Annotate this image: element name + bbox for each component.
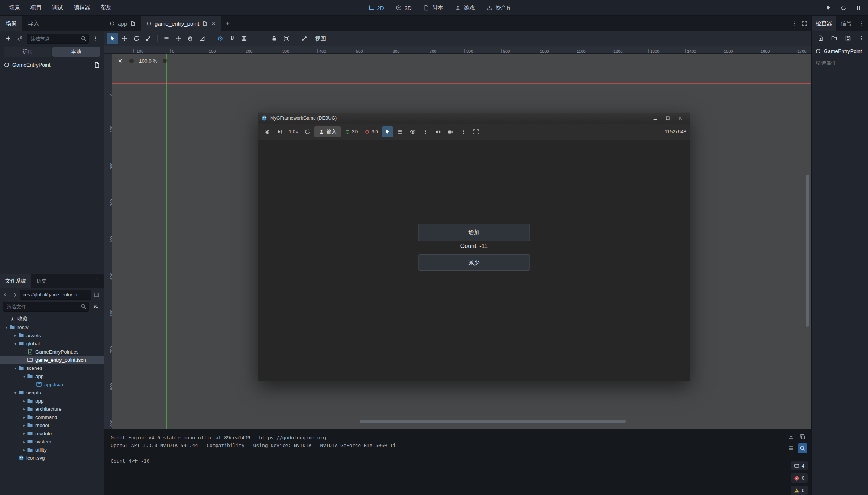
rotate-tool[interactable]	[131, 33, 142, 44]
file-row[interactable]: ▸utility	[0, 446, 104, 454]
instance-scene-button[interactable]	[15, 33, 25, 44]
speed-multiplier[interactable]: 1.0×	[287, 129, 300, 134]
workspace-script[interactable]: 脚本	[419, 2, 448, 13]
ruler-tool[interactable]	[197, 33, 208, 44]
attached-script-icon[interactable]	[94, 62, 100, 68]
canvas-horizontal-scrollbar[interactable]	[360, 420, 626, 423]
close-icon[interactable]	[674, 113, 687, 124]
filter-properties-field[interactable]: 筛选属性	[812, 57, 868, 69]
snap-options-menu[interactable]	[250, 33, 262, 44]
filter-nodes-field[interactable]	[27, 34, 89, 44]
pick-icon[interactable]	[823, 2, 835, 13]
workspace-3d[interactable]: 3D	[391, 2, 416, 13]
tab-filesystem[interactable]: 文件系统	[0, 274, 31, 288]
debugger-icon[interactable]	[262, 126, 273, 137]
pan-tool[interactable]	[185, 33, 196, 44]
warnings-count-badge[interactable]: 0	[791, 486, 808, 495]
sort-files-icon[interactable]	[90, 301, 101, 312]
tab-import-dock[interactable]: 导入	[22, 16, 45, 31]
visibility-icon[interactable]	[407, 126, 418, 137]
workspace-assetlib[interactable]: 资产库	[482, 2, 517, 13]
close-tab-icon[interactable]: ✕	[211, 20, 216, 27]
scale-tool[interactable]	[143, 33, 154, 44]
tab-signals[interactable]: 信号	[836, 16, 856, 31]
inspector-menu-icon[interactable]	[856, 33, 867, 43]
camera-override-icon[interactable]	[445, 126, 456, 137]
canvas-vertical-scrollbar[interactable]	[806, 175, 809, 327]
new-resource-icon[interactable]	[815, 33, 826, 43]
dock-menu-icon[interactable]	[857, 18, 866, 29]
tab-inspector[interactable]: 检查器	[812, 16, 836, 31]
back-icon[interactable]	[1, 290, 10, 299]
file-row[interactable]: ▸command	[0, 413, 104, 421]
favorites-row[interactable]: ★收藏：	[0, 315, 104, 323]
menu-editor[interactable]: 编辑器	[68, 0, 95, 16]
tab-history[interactable]: 历史	[31, 274, 52, 288]
remote-tab[interactable]: 远程	[4, 47, 51, 57]
decrease-button[interactable]: 减少	[418, 254, 530, 271]
view-menu[interactable]: 视图	[311, 33, 330, 44]
file-row[interactable]: ▸system	[0, 437, 104, 446]
scene-tree-root-node[interactable]: GameEntryPoint	[0, 59, 104, 71]
file-row-selected[interactable]: game_entry_point.tscn	[0, 356, 104, 364]
maximize-icon[interactable]	[661, 113, 674, 124]
minimize-icon[interactable]	[649, 113, 661, 124]
skeleton-options-menu[interactable]	[299, 33, 310, 44]
inspected-node-header[interactable]: GameEntryPoint	[812, 45, 868, 57]
grid-toggle[interactable]	[239, 33, 250, 44]
next-frame-icon[interactable]	[274, 126, 285, 137]
file-row[interactable]: ▾res://	[0, 323, 104, 331]
save-resource-icon[interactable]	[843, 33, 853, 43]
grid-snap-toggle[interactable]	[227, 33, 238, 44]
smart-snap-toggle[interactable]	[215, 33, 226, 44]
load-resource-icon[interactable]	[829, 33, 839, 43]
messages-count-badge[interactable]: 4	[791, 461, 808, 470]
game-window-titlebar[interactable]: MyGFrameworkGame (DEBUG)	[258, 113, 690, 124]
lock-button[interactable]	[269, 33, 280, 44]
collapse-messages-icon[interactable]	[786, 443, 796, 453]
input-mode-toggle[interactable]: 输入	[314, 126, 341, 137]
embed-options-menu[interactable]	[458, 126, 469, 137]
scene-tabs-menu-icon[interactable]	[790, 18, 799, 29]
file-row[interactable]: ▾scenes	[0, 364, 104, 372]
forward-icon[interactable]	[11, 290, 19, 299]
file-row[interactable]: ▸module	[0, 429, 104, 437]
expand-viewport-icon[interactable]	[800, 18, 809, 29]
output-panel[interactable]: Godot Engine v4.6.stable.mono.official.8…	[104, 429, 811, 495]
local-tab[interactable]: 本地	[52, 47, 100, 57]
file-row[interactable]: ▸app	[0, 397, 104, 405]
increase-button[interactable]: 增加	[418, 224, 530, 241]
filter-nodes-input[interactable]	[27, 34, 89, 44]
copy-output-icon[interactable]	[798, 432, 807, 442]
workspace-game[interactable]: 游戏	[450, 2, 480, 13]
debug-options-menu[interactable]	[420, 126, 431, 137]
file-row[interactable]: ▾app	[0, 372, 104, 380]
reset-speed-icon[interactable]	[302, 126, 313, 137]
camera-3d-toggle[interactable]: 3D	[362, 129, 380, 134]
select-mode-icon[interactable]	[382, 126, 393, 137]
file-row[interactable]: icon.svg	[0, 454, 104, 462]
selection-list-icon[interactable]	[395, 126, 406, 137]
zoom-out-button[interactable]	[127, 57, 136, 65]
scene-tab-app[interactable]: app	[104, 16, 141, 31]
filesystem-menu-icon[interactable]	[93, 276, 101, 286]
filter-files-input[interactable]	[3, 302, 89, 312]
selection-list-button[interactable]	[161, 33, 172, 44]
file-row[interactable]: ▾global	[0, 339, 104, 348]
tab-scene-dock[interactable]: 场景	[0, 16, 22, 31]
center-view-icon[interactable]	[116, 57, 124, 65]
file-row[interactable]: ▸architecture	[0, 405, 104, 413]
new-scene-tab-button[interactable]: +	[221, 16, 234, 31]
file-row[interactable]: ▸model	[0, 421, 104, 429]
workspace-2d[interactable]: 2D	[363, 2, 389, 13]
search-output-icon[interactable]	[798, 443, 807, 453]
scene-tree-menu-icon[interactable]	[90, 33, 101, 44]
file-row-open-scene[interactable]: app.tscn	[0, 380, 104, 388]
pivot-tool[interactable]	[173, 33, 184, 44]
file-row[interactable]: ▾scripts	[0, 388, 104, 397]
path-input[interactable]	[20, 290, 91, 300]
zoom-in-button[interactable]	[161, 57, 169, 65]
restart-icon[interactable]	[838, 2, 849, 13]
select-tool[interactable]	[107, 33, 118, 44]
move-tool[interactable]	[119, 33, 130, 44]
